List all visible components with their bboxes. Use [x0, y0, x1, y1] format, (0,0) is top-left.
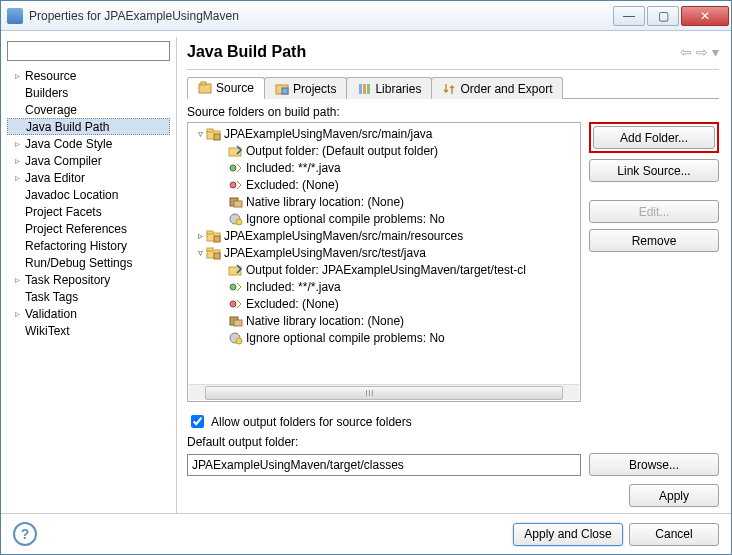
- sidebar-item-label: Javadoc Location: [25, 188, 118, 202]
- default-output-input[interactable]: [187, 454, 581, 476]
- libraries-icon: [357, 82, 371, 96]
- tab-label: Projects: [293, 82, 336, 96]
- nav-fwd-icon[interactable]: ⇨: [696, 44, 708, 60]
- svg-point-12: [230, 182, 236, 188]
- sidebar-item-project-facets[interactable]: Project Facets: [7, 203, 170, 220]
- titlebar: Properties for JPAExampleUsingMaven — ▢ …: [1, 1, 731, 31]
- svg-point-25: [230, 301, 236, 307]
- tree-node[interactable]: ▿JPAExampleUsingMaven/src/test/java: [188, 244, 580, 261]
- sidebar-item-label: Java Compiler: [25, 154, 102, 168]
- source-tree[interactable]: ▿JPAExampleUsingMaven/src/main/javaOutpu…: [187, 122, 581, 402]
- tree-node[interactable]: ▹JPAExampleUsingMaven/src/main/resources: [188, 227, 580, 244]
- sidebar-item-validation[interactable]: ▹Validation: [7, 305, 170, 322]
- sidebar-item-java-compiler[interactable]: ▹Java Compiler: [7, 152, 170, 169]
- browse-button[interactable]: Browse...: [589, 453, 719, 476]
- link-source-button[interactable]: Link Source...: [589, 159, 719, 182]
- tree-node-label: Excluded: (None): [246, 297, 339, 311]
- tree-node[interactable]: Excluded: (None): [188, 176, 580, 193]
- remove-button[interactable]: Remove: [589, 229, 719, 252]
- svg-point-16: [236, 219, 242, 225]
- tree-node[interactable]: Included: **/*.java: [188, 159, 580, 176]
- sidebar-item-label: Task Repository: [25, 273, 110, 287]
- tabstrip: SourceProjectsLibrariesOrder and Export: [187, 76, 719, 99]
- sidebar-item-label: Project Facets: [25, 205, 102, 219]
- tree-node[interactable]: Native library location: (None): [188, 312, 580, 329]
- tab-source[interactable]: Source: [187, 77, 265, 99]
- expand-icon: ▹: [15, 274, 25, 285]
- properties-dialog: Properties for JPAExampleUsingMaven — ▢ …: [0, 0, 732, 555]
- tree-node[interactable]: Ignore optional compile problems: No: [188, 210, 580, 227]
- tree-node[interactable]: Native library location: (None): [188, 193, 580, 210]
- svg-point-11: [230, 165, 236, 171]
- source-caption: Source folders on build path:: [187, 105, 719, 119]
- minimize-button[interactable]: —: [613, 6, 645, 26]
- sidebar-item-resource[interactable]: ▹Resource: [7, 67, 170, 84]
- sidebar-item-java-code-style[interactable]: ▹Java Code Style: [7, 135, 170, 152]
- tree-node[interactable]: Output folder: JPAExampleUsingMaven/targ…: [188, 261, 580, 278]
- help-icon[interactable]: ?: [13, 522, 37, 546]
- expand-icon: ▹: [15, 155, 25, 166]
- filter-input[interactable]: [7, 41, 170, 61]
- sidebar-item-coverage[interactable]: Coverage: [7, 101, 170, 118]
- svg-rect-3: [282, 88, 288, 94]
- edit-button: Edit...: [589, 200, 719, 223]
- apply-and-close-button[interactable]: Apply and Close: [513, 523, 623, 546]
- tree-node-label: JPAExampleUsingMaven/src/main/resources: [224, 229, 463, 243]
- close-button[interactable]: ✕: [681, 6, 729, 26]
- sidebar-item-label: Task Tags: [25, 290, 78, 304]
- ign-icon: [228, 331, 244, 345]
- add-folder-button[interactable]: Add Folder...: [593, 126, 715, 149]
- svg-point-29: [236, 338, 242, 344]
- allow-output-checkbox[interactable]: [191, 415, 204, 428]
- tree-node-label: Excluded: (None): [246, 178, 339, 192]
- sidebar-item-wikitext[interactable]: WikiText: [7, 322, 170, 339]
- sidebar-item-project-references[interactable]: Project References: [7, 220, 170, 237]
- svg-rect-1: [201, 82, 206, 85]
- add-folder-highlight: Add Folder...: [589, 122, 719, 153]
- apply-button[interactable]: Apply: [629, 484, 719, 507]
- sidebar-item-java-editor[interactable]: ▹Java Editor: [7, 169, 170, 186]
- svg-rect-22: [214, 253, 220, 259]
- sidebar-item-task-repository[interactable]: ▹Task Repository: [7, 271, 170, 288]
- tree-node[interactable]: Output folder: (Default output folder): [188, 142, 580, 159]
- sidebar-item-label: Builders: [25, 86, 68, 100]
- tree-node[interactable]: Excluded: (None): [188, 295, 580, 312]
- tree-node[interactable]: ▿JPAExampleUsingMaven/src/main/java: [188, 125, 580, 142]
- tab-order-and-export[interactable]: Order and Export: [431, 77, 563, 99]
- expand-icon: ▹: [15, 70, 25, 81]
- sidebar-item-run-debug-settings[interactable]: Run/Debug Settings: [7, 254, 170, 271]
- nat-icon: [228, 195, 244, 209]
- sidebar-item-java-build-path[interactable]: Java Build Path: [7, 118, 170, 135]
- tree-node-label: JPAExampleUsingMaven/src/test/java: [224, 246, 426, 260]
- cancel-button[interactable]: Cancel: [629, 523, 719, 546]
- exc-icon: [228, 178, 244, 192]
- tree-node[interactable]: Ignore optional compile problems: No: [188, 329, 580, 346]
- sidebar-item-task-tags[interactable]: Task Tags: [7, 288, 170, 305]
- sidebar-item-javadoc-location[interactable]: Javadoc Location: [7, 186, 170, 203]
- sidebar-item-label: Java Code Style: [25, 137, 112, 151]
- nav-menu-icon[interactable]: ▾: [712, 44, 719, 60]
- svg-rect-14: [234, 201, 242, 207]
- maximize-button[interactable]: ▢: [647, 6, 679, 26]
- svg-rect-21: [207, 248, 213, 251]
- default-output-label: Default output folder:: [187, 435, 719, 449]
- sidebar-item-label: WikiText: [25, 324, 70, 338]
- sidebar-item-builders[interactable]: Builders: [7, 84, 170, 101]
- pkg-icon: [206, 127, 222, 141]
- nav-back-icon[interactable]: ⇦: [680, 44, 692, 60]
- tree-node[interactable]: Included: **/*.java: [188, 278, 580, 295]
- tab-projects[interactable]: Projects: [264, 77, 347, 99]
- order-icon: [442, 82, 456, 96]
- expand-icon: ▹: [15, 172, 25, 183]
- inc-icon: [228, 280, 244, 294]
- tree-node-label: JPAExampleUsingMaven/src/main/java: [224, 127, 433, 141]
- tab-libraries[interactable]: Libraries: [346, 77, 432, 99]
- sidebar-item-label: Resource: [25, 69, 76, 83]
- tree-node-label: Included: **/*.java: [246, 161, 341, 175]
- pkg-icon: [206, 246, 222, 260]
- sidebar-item-refactoring-history[interactable]: Refactoring History: [7, 237, 170, 254]
- tab-label: Order and Export: [460, 82, 552, 96]
- tab-label: Libraries: [375, 82, 421, 96]
- exc-icon: [228, 297, 244, 311]
- h-scrollbar[interactable]: [189, 384, 579, 400]
